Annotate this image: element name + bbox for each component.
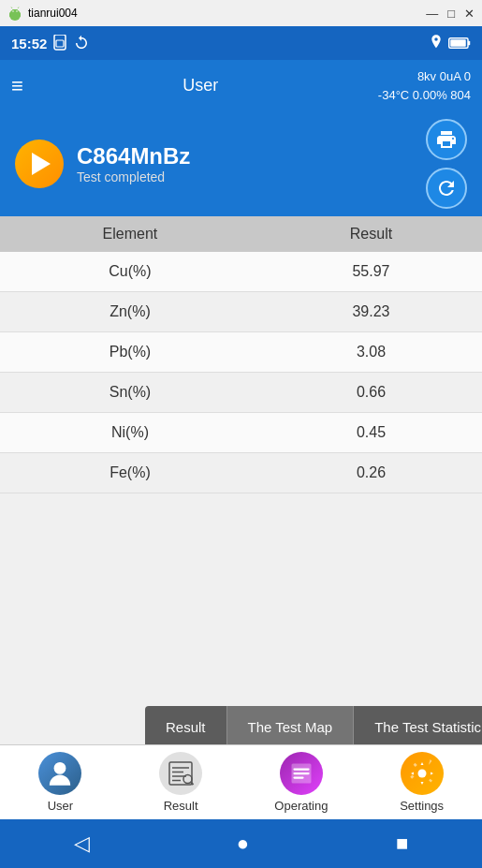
title-bar-left: tianrui004 (7, 6, 78, 21)
app-name: tianrui004 (28, 7, 78, 20)
stats-line1: 8kv 0uA 0 (378, 67, 471, 86)
element-cell: Sn(%) (0, 373, 260, 413)
header-stats: 8kv 0uA 0 -34°C 0.00% 804 (378, 67, 471, 104)
table-header-row: Element Result (0, 216, 482, 252)
table-row: Sn(%)0.66 (0, 373, 482, 413)
svg-rect-2 (19, 13, 21, 18)
svg-rect-3 (12, 9, 18, 15)
context-test-map[interactable]: The Test Map (227, 706, 354, 748)
sim-icon (52, 35, 67, 51)
result-cell: 0.66 (260, 373, 482, 413)
title-bar: tianrui004 — □ ✕ (0, 0, 482, 26)
svg-rect-9 (56, 40, 64, 47)
settings-icon (408, 759, 436, 787)
svg-rect-14 (169, 762, 192, 785)
tab-user-label: User (48, 799, 73, 813)
device-name: C864MnBz (77, 143, 190, 169)
results-table: Element Result Cu(%)55.97Zn(%)39.23Pb(%)… (0, 216, 482, 493)
test-status: Test completed (77, 169, 190, 184)
play-button[interactable] (15, 140, 64, 188)
result-icon (167, 759, 195, 787)
tab-result-label: Result (164, 799, 198, 813)
status-bar: 15:52 (0, 26, 482, 60)
table-row: Fe(%)0.26 (0, 453, 482, 493)
element-cell: Cu(%) (0, 252, 260, 292)
table-row: Zn(%)39.23 (0, 292, 482, 332)
app-header: ≡ User 8kv 0uA 0 -34°C 0.00% 804 (0, 60, 482, 111)
print-button[interactable] (426, 119, 467, 160)
printer-icon (435, 128, 458, 151)
tab-settings[interactable]: Settings (361, 745, 482, 819)
stats-line2: -34°C 0.00% 804 (378, 86, 471, 105)
table-row: Ni(%)0.45 (0, 413, 482, 453)
operating-tab-icon (280, 752, 323, 795)
battery-icon (448, 37, 471, 50)
settings-tab-icon (401, 752, 444, 795)
home-button[interactable]: ● (237, 831, 249, 856)
refresh-icon (73, 35, 90, 51)
menu-icon[interactable]: ≡ (11, 74, 23, 98)
operating-icon (287, 759, 315, 787)
refresh-action-icon (435, 177, 458, 199)
tab-operating[interactable]: Operating (241, 745, 362, 819)
device-name-text: C864MnBz Test completed (77, 143, 190, 184)
table-body: Cu(%)55.97Zn(%)39.23Pb(%)3.08Sn(%)0.66Ni… (0, 252, 482, 493)
user-icon (45, 758, 75, 788)
refresh-action-button[interactable] (426, 168, 467, 209)
element-cell: Zn(%) (0, 292, 260, 332)
col-header-element: Element (0, 216, 260, 252)
svg-point-4 (12, 10, 14, 12)
header-title: User (23, 76, 378, 96)
result-cell: 0.45 (260, 413, 482, 453)
element-cell: Fe(%) (0, 453, 260, 493)
android-icon (7, 6, 22, 21)
location-icon (430, 35, 443, 51)
status-right (430, 35, 471, 51)
minimize-button[interactable]: — (426, 7, 438, 21)
element-cell: Pb(%) (0, 332, 260, 373)
play-triangle-icon (32, 153, 51, 175)
tab-operating-label: Operating (274, 799, 328, 813)
result-cell: 0.26 (260, 453, 482, 493)
device-info: C864MnBz Test completed (0, 111, 482, 216)
svg-point-25 (417, 770, 426, 778)
result-cell: 39.23 (260, 292, 482, 332)
maximize-button[interactable]: □ (447, 7, 455, 21)
context-menu: Result The Test Map The Test Statistic (145, 706, 482, 748)
back-button[interactable]: ◁ (74, 831, 90, 856)
status-left: 15:52 (11, 35, 90, 51)
context-result[interactable]: Result (145, 706, 226, 748)
device-name-row: C864MnBz Test completed (15, 140, 426, 188)
time-display: 15:52 (11, 36, 47, 51)
svg-rect-1 (9, 13, 11, 18)
svg-rect-11 (468, 41, 470, 46)
tab-user[interactable]: User (0, 745, 121, 819)
svg-line-7 (18, 7, 19, 9)
action-bar: ◁ ● ■ (0, 819, 482, 868)
element-cell: Ni(%) (0, 413, 260, 453)
svg-point-13 (54, 762, 66, 774)
table-row: Cu(%)55.97 (0, 252, 482, 292)
result-cell: 3.08 (260, 332, 482, 373)
user-tab-icon (38, 752, 81, 795)
tab-settings-label: Settings (400, 799, 444, 813)
result-cell: 55.97 (260, 252, 482, 292)
result-tab-icon (159, 752, 202, 795)
col-header-result: Result (260, 216, 482, 252)
svg-point-5 (16, 10, 18, 12)
bottom-tabs: User Result Operating (0, 744, 482, 819)
context-test-statistic[interactable]: The Test Statistic (354, 706, 482, 748)
svg-line-6 (11, 7, 12, 9)
table-row: Pb(%)3.08 (0, 332, 482, 373)
close-button[interactable]: ✕ (464, 7, 475, 21)
svg-rect-12 (450, 39, 466, 47)
title-bar-right[interactable]: — □ ✕ (426, 7, 475, 21)
tab-result[interactable]: Result (121, 745, 241, 819)
recents-button[interactable]: ■ (396, 831, 408, 856)
device-action-icons (426, 119, 467, 209)
